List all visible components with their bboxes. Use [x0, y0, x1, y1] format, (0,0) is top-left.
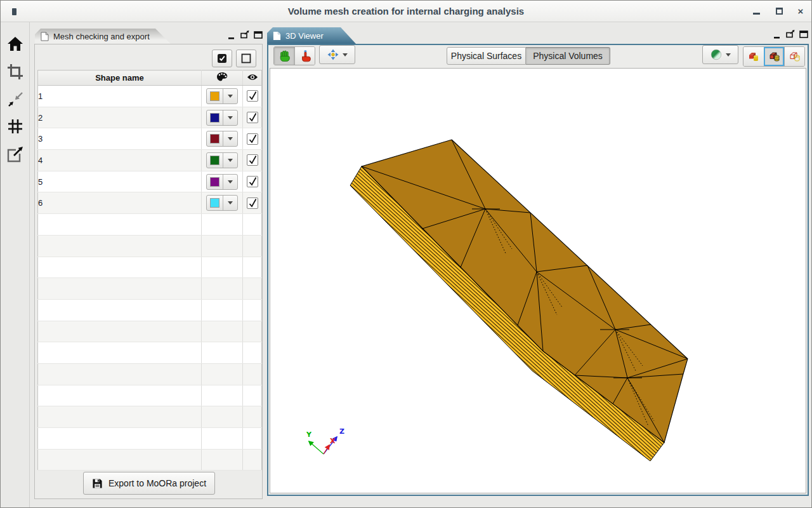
- select-all-button[interactable]: [212, 50, 232, 67]
- visibility-column-header[interactable]: [243, 70, 262, 86]
- surfaces-label: Physical Surfaces: [451, 51, 521, 61]
- export-moora-button[interactable]: Export to MoORa project: [83, 472, 215, 495]
- hand-tool-group: [273, 46, 315, 65]
- viewer-frame: Physical Surfaces Physical Volumes: [267, 44, 809, 496]
- color-dropdown[interactable]: [206, 195, 238, 211]
- eye-icon: [247, 73, 258, 81]
- color-dropdown[interactable]: [206, 88, 238, 104]
- axes-triad: Y Z X: [306, 427, 344, 454]
- left-toolbar: [1, 22, 30, 508]
- table-row[interactable]: 5: [38, 171, 262, 192]
- table-row-empty: [38, 385, 262, 406]
- mesh-3d-scene: Y Z X: [270, 69, 806, 493]
- table-row-empty: [38, 257, 262, 278]
- check-icon: [248, 199, 257, 208]
- table-row[interactable]: 4: [38, 150, 262, 171]
- shape-name-cell: 1: [38, 86, 202, 107]
- pick-finger-button[interactable]: [294, 47, 315, 65]
- axis-z-label: Z: [339, 427, 344, 436]
- slab-top-face: [362, 140, 688, 443]
- viewer-maximize-button[interactable]: [798, 29, 809, 39]
- color-dropdown[interactable]: [206, 110, 238, 126]
- chevron-down-icon: [343, 53, 348, 57]
- maximize-icon: [776, 8, 783, 15]
- visibility-checkbox[interactable]: [247, 154, 258, 166]
- table-row[interactable]: 3: [38, 128, 262, 150]
- color-dropdown[interactable]: [206, 131, 238, 147]
- move-mode-dropdown[interactable]: [319, 45, 355, 64]
- color-swatch: [210, 177, 219, 187]
- shape-name-cell: 2: [38, 107, 202, 128]
- red-finger-icon: [299, 50, 311, 62]
- export-button-label: Export to MoORa project: [108, 478, 206, 488]
- viewer-detach-button[interactable]: [785, 29, 796, 39]
- panel-maximize-button[interactable]: [252, 30, 263, 39]
- window-minimize-button[interactable]: [748, 1, 764, 21]
- deselect-all-button[interactable]: [236, 50, 256, 67]
- physical-volumes-button[interactable]: Physical Volumes: [526, 47, 610, 65]
- check-icon: [248, 135, 257, 144]
- grid-icon: [7, 118, 23, 135]
- visibility-checkbox[interactable]: [247, 112, 258, 123]
- grid-button[interactable]: [6, 117, 24, 135]
- visibility-checkbox[interactable]: [247, 197, 258, 209]
- fit-shrink-button[interactable]: [6, 91, 24, 109]
- shading-dropdown[interactable]: [702, 45, 738, 64]
- color-column-header[interactable]: [202, 70, 243, 86]
- color-swatch: [210, 91, 219, 101]
- open-external-button[interactable]: [6, 145, 24, 163]
- app-window: Volume mesh creation for internal chargi…: [0, 0, 812, 508]
- window-close-button[interactable]: ×: [792, 1, 809, 21]
- crop-icon: [7, 64, 23, 80]
- physical-surfaces-button[interactable]: Physical Surfaces: [447, 47, 526, 65]
- shape-name-cell: 3: [38, 128, 202, 150]
- color-swatch: [210, 156, 219, 165]
- document-icon: [41, 32, 49, 41]
- panel-detach-button[interactable]: [239, 30, 250, 39]
- panel-minimize-button[interactable]: [226, 31, 237, 41]
- table-row[interactable]: 2: [38, 107, 262, 128]
- shape-name-cell: 5: [38, 171, 202, 192]
- crop-button[interactable]: [6, 63, 24, 81]
- visibility-checkbox[interactable]: [247, 176, 258, 187]
- table-row-empty: [38, 363, 262, 385]
- render-solid-button[interactable]: [743, 47, 764, 66]
- table-row[interactable]: 6: [38, 192, 262, 214]
- chevron-down-icon: [228, 95, 233, 98]
- check-icon: [248, 91, 257, 100]
- visibility-checkbox[interactable]: [247, 90, 258, 102]
- viewer-tab[interactable]: 3D Viewer: [267, 27, 356, 44]
- fit-shrink-icon: [7, 91, 23, 108]
- chevron-down-icon: [228, 180, 233, 184]
- home-button[interactable]: [6, 35, 24, 53]
- save-icon: [92, 478, 103, 489]
- shape-name-header[interactable]: Shape name: [38, 70, 202, 86]
- maximize-icon: [254, 31, 263, 39]
- table-row-empty: [38, 428, 262, 450]
- volumes-label: Physical Volumes: [533, 51, 603, 61]
- minimize-icon: [753, 13, 760, 15]
- viewer-minimize-button[interactable]: [771, 30, 782, 40]
- chevron-down-icon: [228, 201, 233, 204]
- title-bar: Volume mesh creation for internal chargi…: [1, 1, 811, 22]
- chevron-down-icon: [228, 137, 233, 140]
- table-row[interactable]: 1: [38, 86, 262, 107]
- shape-table: Shape name: [37, 70, 262, 471]
- color-swatch: [210, 113, 219, 123]
- table-row-empty: [38, 299, 262, 321]
- pan-hand-button[interactable]: [274, 47, 294, 65]
- visibility-checkbox[interactable]: [247, 133, 258, 145]
- checked-box-icon: [217, 53, 227, 64]
- close-icon: ×: [798, 6, 804, 17]
- render-wireframe-button[interactable]: [784, 47, 804, 66]
- render-shaded-edges-button[interactable]: [764, 47, 784, 66]
- viewport-3d[interactable]: Y Z X: [270, 68, 806, 493]
- check-icon: [248, 156, 257, 164]
- viewer-tab-title: 3D Viewer: [285, 31, 324, 41]
- check-icon: [248, 177, 257, 186]
- mesh-panel-tab[interactable]: Mesh checking and export: [35, 29, 171, 44]
- color-dropdown[interactable]: [206, 152, 238, 168]
- window-maximize-button[interactable]: [771, 1, 787, 21]
- color-dropdown[interactable]: [206, 174, 238, 190]
- maximize-icon: [799, 30, 808, 38]
